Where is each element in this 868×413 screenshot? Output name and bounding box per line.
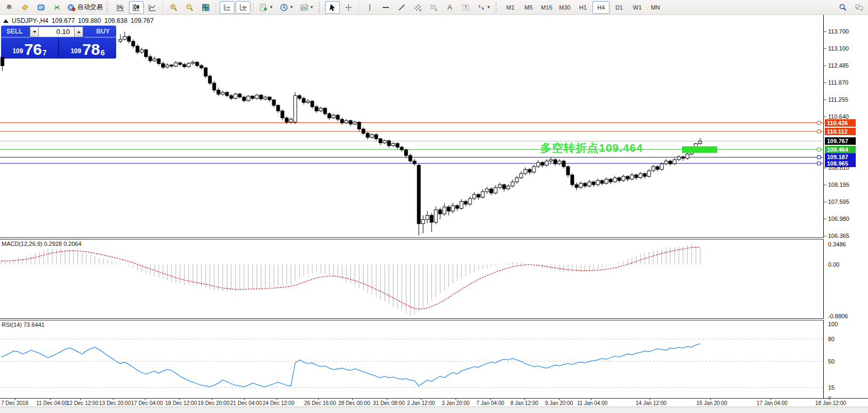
price-badge-109.464: 109.464 — [825, 146, 856, 153]
line-chart-button[interactable] — [145, 1, 160, 14]
price-tick-mark — [824, 100, 826, 100]
level-line-anchor — [817, 148, 821, 151]
volume-decrease-button[interactable] — [30, 27, 39, 37]
window-bottom-edge — [0, 407, 868, 413]
volume-increase-button[interactable] — [74, 27, 83, 37]
time-tick-label: 14 Jan 12:00 — [636, 400, 667, 406]
indicators-button[interactable]: ▼ — [257, 1, 276, 14]
macd-axis-label: 0.3486 — [828, 241, 846, 247]
tab-timeframe-d1[interactable]: D1 — [611, 1, 628, 14]
buy-price-prefix: 109 — [70, 47, 81, 55]
collapse-panel-icon[interactable] — [3, 19, 9, 23]
macd-axis-label: 0.00 — [828, 261, 839, 268]
one-click-trading-panel: SELL 0.10 BUY 109 76 7 109 78 6 — [1, 26, 116, 59]
chevron-down-icon: ▼ — [486, 5, 491, 10]
tab-timeframe-m1[interactable]: M1 — [502, 1, 519, 14]
crosshair-tool-button[interactable] — [341, 1, 356, 14]
new-order-icon[interactable] — [18, 1, 33, 14]
buy-price-big: 78 — [82, 42, 100, 57]
autotrading-button[interactable]: 自动交易 — [66, 1, 104, 14]
search-icon[interactable] — [835, 1, 850, 14]
zoom-out-button[interactable] — [182, 1, 197, 14]
macd-canvas[interactable] — [0, 239, 824, 318]
candlestick-chart-button[interactable] — [129, 1, 144, 14]
ohlc-close: 109.767 — [131, 17, 153, 24]
new-order-partial-button[interactable]: 单 — [2, 1, 17, 14]
rsi-canvas[interactable] — [0, 320, 824, 398]
vertical-line-tool-button[interactable] — [362, 1, 377, 14]
sell-price-prefix: 109 — [12, 47, 23, 55]
pivot-highlight-rectangle[interactable] — [682, 146, 717, 153]
price-axis[interactable]: 113.700113.100112.485111.870111.255110.6… — [824, 15, 868, 407]
channel-tool-button[interactable]: E — [410, 1, 425, 14]
price-tick-mark — [824, 168, 826, 168]
toolbar-grip — [107, 2, 110, 13]
time-axis[interactable]: 7 Dec 201811 Dec 04:0012 Dec 12:0013 Dec… — [0, 398, 868, 407]
price-tick-label: 112.485 — [828, 62, 849, 69]
toolbar: 单 自动交易 ▼ ▼ ▼ E F A T ▼ M1M — [0, 0, 868, 15]
signals-icon[interactable] — [50, 1, 64, 14]
price-tick-label: 106.980 — [828, 216, 849, 222]
mt4-application-window: 单 自动交易 ▼ ▼ ▼ E F A T ▼ M1M — [0, 0, 868, 413]
periods-button[interactable]: ▼ — [277, 1, 296, 14]
price-tick-label: 113.700 — [828, 28, 849, 35]
tab-timeframe-h4[interactable]: H4 — [593, 1, 610, 14]
chart-header: USDJPY-,H4 109.677 109.880 109.638 109.7… — [3, 17, 153, 24]
triangle-down-icon — [33, 31, 36, 33]
chevron-down-icon: ▼ — [269, 5, 273, 10]
tab-timeframe-w1[interactable]: W1 — [629, 1, 646, 14]
fibonacci-tool-button[interactable]: F — [426, 1, 441, 14]
buy-price-button[interactable]: 109 78 6 — [59, 38, 116, 59]
zoom-in-button[interactable] — [166, 1, 181, 14]
rsi-indicator-label: RSI(14) 73.6441 — [2, 321, 45, 328]
chevron-down-icon: ▼ — [310, 5, 314, 10]
main-chart-canvas[interactable] — [0, 15, 824, 237]
tab-timeframe-m15[interactable]: M15 — [538, 1, 555, 14]
horizontal-line-tool-button[interactable] — [378, 1, 393, 14]
time-tick-label: 11 Jan 04:00 — [577, 400, 607, 406]
templates-button[interactable]: ▼ — [297, 1, 317, 14]
tab-timeframe-mn[interactable]: MN — [647, 1, 664, 14]
pivot-annotation-text[interactable]: 多空转折点109.464 — [540, 141, 643, 155]
metaeditor-icon[interactable] — [34, 1, 48, 14]
svg-text:E: E — [419, 9, 421, 12]
price-badge-110.426: 110.426 — [825, 119, 856, 127]
partial-candle — [1, 57, 4, 66]
sell-price-pip: 7 — [43, 48, 47, 57]
time-tick-label: 9 Jan 20:00 — [545, 400, 573, 406]
svg-text:F: F — [435, 9, 437, 12]
ohlc-open: 109.677 — [52, 17, 75, 24]
text-label-tool-button[interactable]: T — [458, 1, 473, 14]
price-tick-mark — [824, 65, 826, 66]
svg-text:T: T — [465, 5, 468, 10]
price-badge-109.767: 109.767 — [825, 137, 856, 145]
chart-shift-button[interactable] — [236, 1, 250, 14]
sell-price-button[interactable]: 109 76 7 — [1, 38, 59, 59]
buy-button[interactable]: BUY — [84, 26, 116, 38]
bar-chart-button[interactable] — [113, 1, 128, 14]
time-tick-label: 2 Jan 12:00 — [407, 400, 435, 406]
chart-window: MACD(12,26,9) 0.2928 0.2064 RSI(14) 73.6… — [0, 15, 868, 407]
price-tick-label: 108.195 — [828, 181, 849, 188]
auto-scroll-button[interactable] — [220, 1, 234, 14]
chat-icon[interactable] — [851, 1, 866, 14]
level-line-anchor — [817, 121, 821, 125]
toolbar-grip — [496, 2, 499, 13]
price-tick-label: 111.255 — [828, 96, 848, 103]
candles-layer — [119, 31, 702, 235]
level-line-anchor — [817, 162, 821, 165]
sell-price-big: 76 — [24, 42, 42, 57]
tab-timeframe-m30[interactable]: M30 — [556, 1, 573, 14]
tile-windows-button[interactable] — [198, 1, 213, 14]
toolbar-separator — [359, 2, 360, 13]
sell-button[interactable]: SELL — [1, 26, 30, 38]
trendline-tool-button[interactable] — [394, 1, 409, 14]
arrows-tool-button[interactable]: ▼ — [474, 1, 493, 14]
text-tool-button[interactable]: A — [442, 1, 457, 14]
tab-timeframe-m5[interactable]: M5 — [520, 1, 537, 14]
tab-timeframe-h1[interactable]: H1 — [574, 1, 591, 14]
volume-input[interactable]: 0.10 — [39, 27, 74, 37]
cursor-tool-button[interactable] — [325, 1, 340, 14]
price-badge-110.112: 110.112 — [825, 128, 856, 135]
rsi-line — [1, 344, 700, 387]
